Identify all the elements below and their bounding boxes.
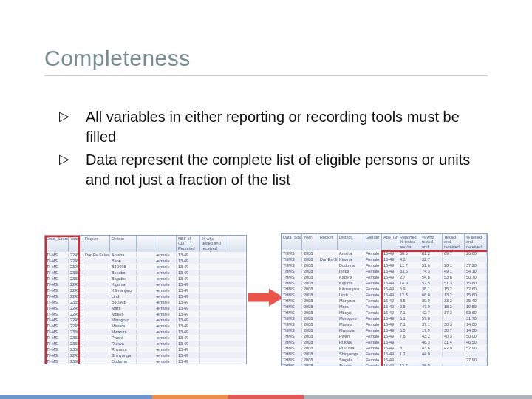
table-row: THMS2008MtwaraFemale15-497.137.130.314.0… <box>282 321 487 327</box>
table-row: THMS2008KageraFemale15-492.754.853.650.7… <box>282 274 487 280</box>
column-header: % who tested and received results at <box>200 236 225 252</box>
table-row: TI-MS2390BJD098-ermale13-49 <box>45 264 246 270</box>
table-row: THMS2008RuvumaFemale15-49343.642.952.904… <box>282 345 487 351</box>
table-row: THMS2008PwaniFemale15-497.643.240.350.00… <box>282 333 487 339</box>
table-row: THMS2008MaraFemale15-492.547.018.219.504… <box>282 304 487 310</box>
bullet-item: Data represent the complete list of elig… <box>59 150 473 190</box>
table-row: TI-MS2245Morogoro-ermale13-49 <box>45 317 246 323</box>
title-area: Completeness <box>44 46 488 76</box>
right-spreadsheet: Data_SourceYearRegionDistrictGenderAge_G… <box>281 233 488 366</box>
table-row: THMS2008RukwaFemale15-4946.331.446.5034.… <box>282 339 487 345</box>
table-row: TI-MS2358Dodoma-ermale13-49 <box>45 358 246 364</box>
table-row: TI-MS2335Bekoba-ermale13-49 <box>45 270 246 276</box>
table-row: TI-MS2245Shinyanga-ermale13-49 <box>45 352 246 358</box>
table-row: THMS2008ArushaFemale15-4930.681.269.726.… <box>282 250 487 256</box>
column-header: Age_Grp <box>382 234 398 250</box>
table-row: TI-MS2358Ruvuma-ermale13-49 <box>45 347 246 352</box>
column-header: % tested and received <box>465 234 487 250</box>
table-row: TI-MS2245Kigoma-ermale13-49 <box>45 282 246 287</box>
table-row: TI-MS2245Mtwara-ermale13-49 <box>45 323 246 329</box>
table-row: TI-MS2336Mwanza-ermale13-49 <box>45 329 246 335</box>
table-row: THMS2008KilimanjaroFemale15-496.938.115.… <box>282 286 487 292</box>
column-header: District <box>110 236 137 252</box>
slide: Completeness All variables in either rep… <box>0 0 532 399</box>
table-row: TI-MS2245Mara-ermale13-49 <box>45 305 246 311</box>
column-header <box>137 236 154 252</box>
table-row: THMS2008Dar-Es-SalaamKinanaFemale15-494.… <box>282 256 487 262</box>
table-row: TI-MS2245Bebe-ermale13-49 <box>45 258 246 264</box>
column-header: Tested and received results <box>443 234 465 250</box>
table-row: THMS2008MorogoroFemale15-496.157.831.703… <box>282 316 487 321</box>
table-row: TI-MS2333Bagabe-ermale13-49 <box>45 276 246 282</box>
table-row: THMS2008LindiFemale15-4912.366.013.215.6… <box>282 292 487 298</box>
column-header: NBF of CLI Reported <box>177 236 200 252</box>
column-header: Region <box>318 234 338 250</box>
table-row: THMS2008TaboraFemale15-4912.736.09.4 <box>282 363 487 366</box>
table-row: THMS2008DodomaFemale15-4911.751.620.137.… <box>282 262 487 268</box>
table-row: TI-MS2245Mbeya-ermale13-49 <box>45 311 246 317</box>
table-row: THMS2008MwanzaFemale15-496.517.930.714.3… <box>282 327 487 333</box>
table-row: THMS2008SingidaFemale15-4927.90 <box>282 357 487 363</box>
svg-marker-0 <box>248 288 284 306</box>
table-row: TI-MS2245Dar-Es-SalaamArusha-ermale13-49 <box>45 252 246 258</box>
column-header: Reported % tested and/or <box>398 234 420 250</box>
table-row: THMS2008KigomaFemale15-4914.952.551.315.… <box>282 280 487 286</box>
table-row: THMS2008ShinyangaFemale15-491.244.051.8 <box>282 351 487 357</box>
column-header: Gender <box>364 234 382 250</box>
left-spreadsheet: Data_SourceYearRegionDistrictNBF of CLI … <box>44 235 247 364</box>
column-header: Region <box>83 236 110 252</box>
column-header: Year <box>302 234 318 250</box>
table-row: TI-MS2333Rukwa-ermale13-49 <box>45 341 246 347</box>
bullet-list: All variables in either reporting or rec… <box>59 107 473 193</box>
table-row: THMS2008ManyaraFemale15-498.530.033.235.… <box>282 298 487 304</box>
table-row: THMS2008IringaFemale15-4933.674.349.154.… <box>282 268 487 274</box>
column-header: Year <box>69 236 83 252</box>
slide-title: Completeness <box>44 46 488 75</box>
column-header: Data_Source <box>45 236 69 252</box>
arrow-right-icon <box>248 288 284 309</box>
column-header: % who tested and received <box>420 234 443 250</box>
column-header: Data_Source <box>282 234 302 250</box>
table-row: THMS2008MbeyaFemale15-497.142.717.353.60… <box>282 310 487 316</box>
column-header <box>154 236 177 252</box>
table-row: TI-MS2245Kilimanjaro-ermale13-49 <box>45 287 246 293</box>
table-row: TI-MS2245Lindi-ermale13-49 <box>45 293 246 299</box>
table-row: TI-MS2335BJD/MB-ermale13-49 <box>45 299 246 305</box>
table-row: TI-MS2333Pwani-ermale13-49 <box>45 335 246 341</box>
column-header: District <box>338 234 364 250</box>
bullet-item: All variables in either reporting or rec… <box>59 107 473 147</box>
footer-accent <box>0 395 532 399</box>
tables-area: Data_SourceYearRegionDistrictNBF of CLI … <box>44 228 488 368</box>
